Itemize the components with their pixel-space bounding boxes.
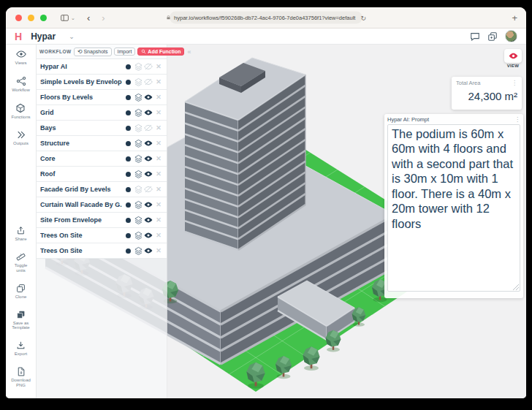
function-row[interactable]: Core✕: [37, 151, 167, 167]
sidebar-item-outputs[interactable]: Outputs: [13, 130, 28, 146]
address-bar[interactable]: hypar.io/workflows/f590268b-db72-4ac4-97…: [170, 12, 362, 24]
hypar-logo[interactable]: H: [15, 31, 22, 42]
comments-icon[interactable]: [470, 31, 480, 42]
layers-icon[interactable]: [134, 139, 142, 148]
sidebar-item-functions[interactable]: Functions: [11, 103, 30, 120]
sidebar-item-export[interactable]: Export: [15, 341, 27, 357]
visibility-eye-slash-icon[interactable]: [144, 77, 153, 86]
collapse-panel-icon[interactable]: «: [187, 48, 191, 56]
function-row[interactable]: Site From Envelope✕: [37, 213, 167, 228]
import-button[interactable]: Import: [114, 48, 136, 56]
remove-function-icon[interactable]: ✕: [154, 62, 163, 71]
function-row[interactable]: Simple Levels By Envelope✕: [37, 75, 167, 90]
visibility-eye-icon[interactable]: [144, 231, 153, 240]
function-row[interactable]: Hypar AI✕: [37, 59, 167, 75]
layers-icon[interactable]: [134, 216, 142, 224]
forward-button[interactable]: ›: [102, 12, 104, 23]
layers-icon[interactable]: [134, 124, 142, 132]
function-name: Facade Grid By Levels: [40, 186, 122, 193]
pages-icon[interactable]: [487, 31, 498, 42]
remove-function-icon[interactable]: ✕: [154, 77, 163, 86]
layers-icon[interactable]: [134, 108, 142, 117]
refresh-icon[interactable]: ↻: [360, 14, 366, 21]
visibility-eye-slash-icon[interactable]: [144, 185, 153, 194]
function-row[interactable]: Curtain Wall Facade By G...✕: [37, 197, 167, 213]
function-row[interactable]: Trees On Site✕: [37, 228, 167, 243]
function-enabled-dot[interactable]: [123, 93, 132, 102]
remove-function-icon[interactable]: ✕: [154, 170, 163, 178]
visibility-eye-icon[interactable]: [144, 216, 153, 224]
sidebar-item-toggle-units[interactable]: Toggle units: [10, 252, 32, 273]
layers-icon[interactable]: [134, 62, 142, 71]
view-button-label: VIEW: [507, 64, 520, 68]
layers-icon[interactable]: [134, 77, 142, 86]
user-avatar[interactable]: [505, 30, 517, 42]
chevron-down-icon[interactable]: ⌄: [71, 15, 75, 21]
kebab-menu-icon[interactable]: ⋮: [514, 116, 520, 123]
zoom-window-button[interactable]: [40, 15, 47, 21]
sidebar-toggle-icon[interactable]: [60, 13, 69, 23]
visibility-eye-icon[interactable]: [144, 154, 153, 163]
visibility-eye-icon[interactable]: [144, 108, 153, 117]
remove-function-icon[interactable]: ✕: [154, 200, 163, 209]
visibility-eye-slash-icon[interactable]: [144, 124, 153, 132]
back-button[interactable]: ‹: [87, 12, 90, 23]
remove-function-icon[interactable]: ✕: [154, 139, 163, 148]
remove-function-icon[interactable]: ✕: [154, 154, 163, 163]
function-row[interactable]: Structure✕: [37, 136, 167, 151]
sidebar-item-share[interactable]: Share: [15, 226, 26, 242]
layers-icon[interactable]: [134, 185, 142, 194]
sidebar-item-workflow[interactable]: Workflow: [12, 76, 30, 93]
function-enabled-dot[interactable]: [123, 154, 132, 163]
new-tab-button[interactable]: +: [512, 12, 517, 23]
visibility-eye-slash-icon[interactable]: [144, 62, 153, 71]
visibility-eye-icon[interactable]: [144, 93, 153, 102]
remove-function-icon[interactable]: ✕: [154, 93, 163, 102]
function-enabled-dot[interactable]: [123, 170, 132, 178]
layers-icon[interactable]: [134, 231, 142, 240]
function-enabled-dot[interactable]: [123, 246, 132, 255]
visibility-eye-icon[interactable]: [144, 246, 153, 255]
visibility-eye-icon[interactable]: [144, 139, 153, 148]
remove-function-icon[interactable]: ✕: [154, 231, 163, 240]
function-row[interactable]: Grid✕: [37, 105, 167, 121]
function-enabled-dot[interactable]: [123, 216, 132, 224]
function-row[interactable]: Facade Grid By Levels✕: [37, 182, 167, 197]
function-enabled-dot[interactable]: [123, 139, 132, 148]
function-enabled-dot[interactable]: [123, 231, 132, 240]
layers-icon[interactable]: [134, 200, 142, 209]
close-window-button[interactable]: [15, 15, 22, 21]
function-row[interactable]: Bays✕: [37, 121, 167, 136]
function-enabled-dot[interactable]: [123, 77, 132, 86]
add-function-button[interactable]: Add Function: [137, 48, 184, 56]
sidebar-item-clone[interactable]: Clone: [15, 284, 27, 300]
layers-icon[interactable]: [134, 246, 142, 255]
snapshots-button[interactable]: ⟲Snapshots: [74, 48, 112, 56]
function-row[interactable]: Trees On Site✕: [37, 243, 167, 259]
function-row[interactable]: Roof✕: [37, 167, 167, 182]
remove-function-icon[interactable]: ✕: [154, 124, 163, 132]
function-row[interactable]: Floors By Levels✕: [37, 90, 167, 105]
function-enabled-dot[interactable]: [123, 124, 132, 132]
function-enabled-dot[interactable]: [123, 108, 132, 117]
remove-function-icon[interactable]: ✕: [154, 185, 163, 194]
visibility-eye-icon[interactable]: [144, 170, 153, 178]
remove-function-icon[interactable]: ✕: [154, 108, 163, 117]
sidebar-item-save-as-template[interactable]: Save as Template: [9, 310, 34, 331]
sidebar-item-views[interactable]: Views: [15, 49, 27, 66]
remove-function-icon[interactable]: ✕: [154, 216, 163, 224]
minimize-window-button[interactable]: [28, 15, 34, 21]
title-dropdown-chevron-icon[interactable]: ⌄: [69, 33, 75, 40]
function-enabled-dot[interactable]: [123, 62, 132, 71]
function-enabled-dot[interactable]: [123, 200, 132, 209]
kebab-menu-icon[interactable]: ⋮: [512, 80, 517, 86]
view-settings-button[interactable]: VIEW: [504, 49, 522, 68]
sidebar-item-download-png[interactable]: Download PNG: [9, 367, 34, 388]
layers-icon[interactable]: [134, 154, 142, 163]
function-enabled-dot[interactable]: [123, 185, 132, 194]
layers-icon[interactable]: [134, 93, 142, 102]
prompt-textarea[interactable]: The podium is 60m x 60m with 4 floors an…: [387, 124, 520, 292]
visibility-eye-icon[interactable]: [144, 200, 153, 209]
layers-icon[interactable]: [134, 170, 142, 178]
remove-function-icon[interactable]: ✕: [154, 246, 163, 255]
